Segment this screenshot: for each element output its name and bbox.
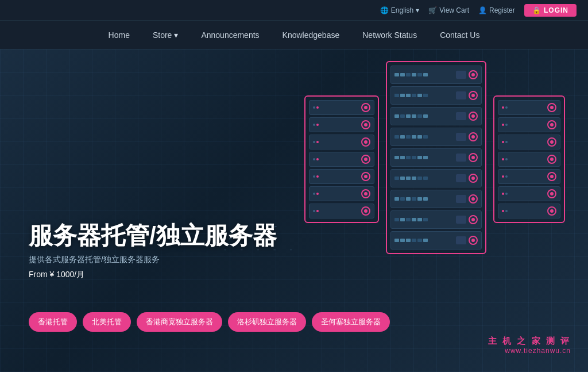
tag-buttons: 香港托管 北美托管 香港商宽独立服务器 洛杉矶独立服务器 圣何塞独立服务器 [29,312,390,332]
nav-home[interactable]: Home [106,30,132,40]
nav-knowledgebase[interactable]: Knowledgebase [280,30,342,40]
server-unit [498,169,560,184]
watermark: 主 机 之 家 测 评 www.tiezhanwu.cn [488,336,571,355]
hero-title: 服务器托管/独立服务器 [29,223,277,249]
server-unit [390,190,482,208]
rack-left [304,95,379,223]
server-unit [309,186,374,201]
login-label: LOGIN [544,6,568,14]
hero-section: - - - - - - - - - - [0,49,588,372]
chevron-down-icon: ▾ [174,30,178,40]
server-unit [309,117,374,132]
cart-label: View Cart [439,6,469,14]
nav-announcements[interactable]: Announcements [199,30,261,40]
login-button[interactable]: 🔒 LOGIN [524,4,577,17]
server-unit [498,204,560,218]
server-unit [390,107,482,125]
rack-center [386,61,486,254]
tag-btn-0[interactable]: 香港托管 [29,312,77,332]
tag-btn-1[interactable]: 北美托管 [83,312,131,332]
tag-btn-3[interactable]: 洛杉矶独立服务器 [228,312,306,332]
server-unit [309,204,374,218]
top-bar: 🌐 English ▾ 🛒 View Cart 👤 Register 🔒 LOG… [0,0,588,21]
server-scene [304,61,565,254]
view-cart-link[interactable]: 🛒 View Cart [428,6,469,14]
server-unit [498,135,560,149]
language-label: English [391,6,413,14]
server-unit [498,100,560,115]
server-unit [390,66,482,84]
register-label: Register [489,6,515,14]
nav-bar: Home Store ▾ Announcements Knowledgebase… [0,21,588,49]
chevron-down-icon: ▾ [416,6,419,14]
hero-text-block: 服务器托管/独立服务器 提供各式服务器托管/独立服务器服务 From ¥ 100… [29,223,277,280]
server-unit [309,135,374,149]
hero-price: From ¥ 1000/月 [29,270,277,280]
nav-contact[interactable]: Contact Us [438,30,482,40]
rack-right [493,95,565,223]
server-unit [498,117,560,132]
server-unit [498,186,560,201]
globe-icon: 🌐 [380,6,389,14]
server-unit [390,128,482,146]
server-unit [390,169,482,187]
server-unit [498,152,560,167]
hero-subtitle: 提供各式服务器托管/独立服务器服务 [29,255,277,265]
nav-store[interactable]: Store ▾ [150,30,180,40]
watermark-line1: 主 机 之 家 测 评 [488,336,571,347]
server-unit [390,231,482,250]
server-unit [309,169,374,184]
server-unit [390,210,482,229]
tag-btn-4[interactable]: 圣何塞独立服务器 [312,312,390,332]
watermark-line2: www.tiezhanwu.cn [488,347,571,355]
nav-network-status[interactable]: Network Status [360,30,419,40]
server-unit [390,148,482,167]
lock-icon: 🔒 [532,6,541,14]
cart-icon: 🛒 [428,6,437,14]
tag-btn-2[interactable]: 香港商宽独立服务器 [137,312,222,332]
user-icon: 👤 [478,6,487,14]
server-unit [309,152,374,167]
language-selector[interactable]: 🌐 English ▾ [380,6,419,14]
register-link[interactable]: 👤 Register [478,6,515,14]
server-unit [309,100,374,115]
server-unit [390,86,482,105]
